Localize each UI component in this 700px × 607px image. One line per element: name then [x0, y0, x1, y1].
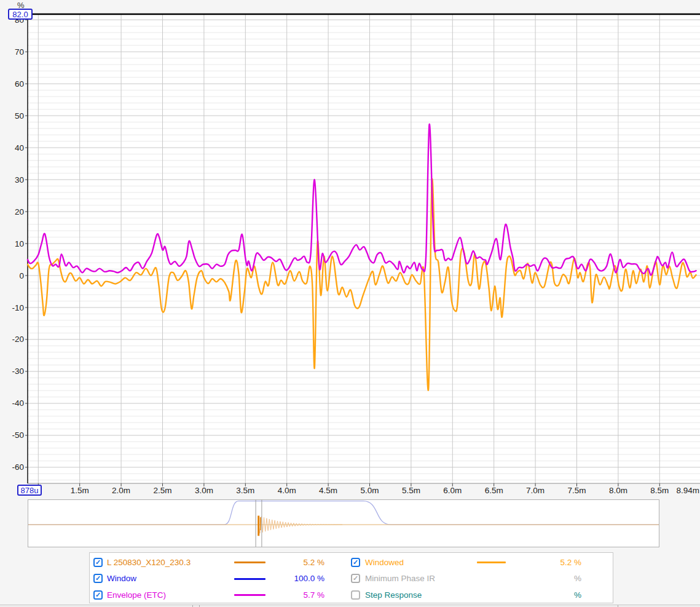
- x-tick-label: 5.5m: [402, 486, 420, 495]
- legend-value: 5.2 %: [520, 558, 581, 567]
- y-tick-label: 30: [15, 175, 24, 184]
- y-tick-label: -60: [12, 462, 24, 472]
- y-axis-max-readout[interactable]: 82.0: [8, 9, 33, 20]
- x-tick-label: 7.5m: [567, 486, 586, 495]
- y-tick-label: 50: [15, 111, 24, 121]
- legend-value: %: [520, 574, 581, 583]
- legend-checkbox-minimum-phase-ir[interactable]: ✓: [351, 574, 360, 583]
- navigator-frame: [28, 500, 659, 547]
- x-tick-label: 4.5m: [319, 486, 337, 495]
- x-tick-label: 2.5m: [153, 486, 171, 495]
- legend-label: Window: [107, 574, 136, 583]
- bottom-scrollbar[interactable]: [0, 605, 700, 607]
- legend-label: Step Response: [365, 590, 422, 600]
- legend-line-sample: [234, 578, 265, 580]
- legend-checkbox-envelope-etc-[interactable]: ✓: [93, 590, 103, 600]
- y-tick-label: -10: [12, 303, 24, 312]
- y-tick-label: -30: [12, 367, 24, 376]
- legend-value: 5.7 %: [268, 590, 324, 600]
- x-tick-label: 2.0m: [112, 486, 130, 495]
- x-tick-label: 3.5m: [236, 486, 254, 495]
- legend-checkbox-window[interactable]: ✓: [93, 574, 103, 583]
- legend-checkbox-windowed[interactable]: ✓: [351, 558, 360, 567]
- legend-line-sample: [234, 561, 265, 563]
- y-tick-label: 70: [15, 47, 24, 57]
- legend-checkbox-l-250830-x120-230-3[interactable]: ✓: [93, 558, 103, 567]
- y-tick-label: 20: [15, 207, 24, 216]
- y-tick-label: 60: [15, 79, 24, 89]
- x-tick-label-end: 8.94m: [676, 486, 699, 495]
- x-tick-label: 1.5m: [71, 486, 89, 495]
- legend-label: Windowed: [365, 558, 404, 567]
- legend-label: Minimum Phase IR: [365, 574, 435, 583]
- x-tick-label: 6.0m: [443, 486, 462, 495]
- y-tick-label: -50: [12, 430, 24, 440]
- legend-line-sample: [477, 561, 506, 563]
- legend-checkbox-step-response[interactable]: [351, 590, 360, 600]
- x-tick-label: 3.0m: [195, 486, 213, 495]
- y-tick-label: 10: [15, 239, 24, 248]
- impulse-chart[interactable]: 80706050403020100-10-20-30-40-50-601.5m2…: [0, 0, 700, 498]
- rew-impulse-window: 80706050403020100-10-20-30-40-50-601.5m2…: [0, 0, 700, 607]
- legend-value: %: [520, 590, 581, 600]
- x-axis-min-readout[interactable]: 878u: [17, 485, 42, 496]
- trace-legend: ✓L 250830_X120_230.35.2 %✓Window100.0 %✓…: [89, 552, 613, 603]
- x-tick-label: 4.0m: [278, 486, 296, 495]
- x-tick-label: 6.5m: [485, 486, 503, 495]
- x-tick-label: 8.5m: [650, 486, 669, 495]
- legend-value: 5.2 %: [268, 558, 324, 567]
- y-tick-label: 40: [15, 143, 24, 153]
- legend-line-sample: [234, 594, 265, 596]
- legend-label: Envelope (ETC): [107, 590, 166, 600]
- y-tick-label: -40: [12, 399, 24, 408]
- y-tick-label: 0: [19, 271, 24, 280]
- legend-label: L 250830_X120_230.3: [107, 558, 191, 567]
- x-tick-label: 5.0m: [360, 486, 379, 495]
- y-tick-label: -20: [12, 335, 24, 344]
- ir-overview-navigator[interactable]: [28, 499, 659, 547]
- x-tick-label: 8.0m: [609, 486, 627, 495]
- legend-value: 100.0 %: [268, 574, 324, 583]
- x-tick-label: 7.0m: [526, 486, 545, 495]
